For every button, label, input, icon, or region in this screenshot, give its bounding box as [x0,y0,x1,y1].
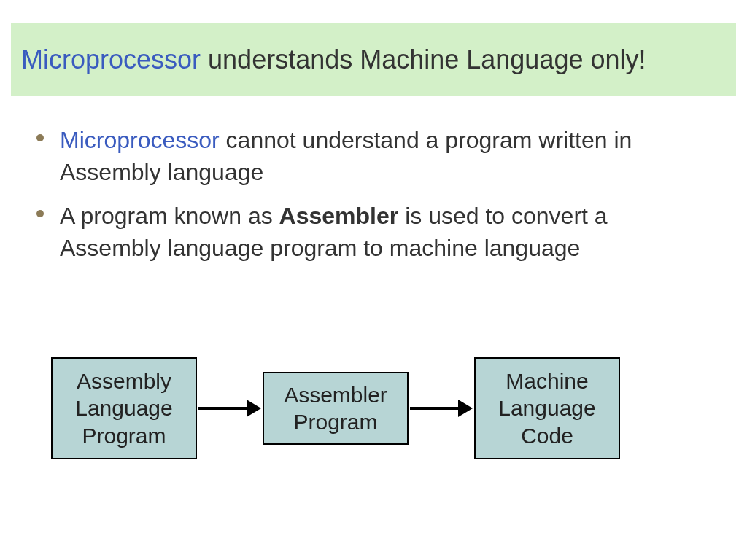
diagram-box-assembly-language-program: Assembly Language Program [51,357,197,459]
arrow-line [410,407,460,410]
arrow-line [198,407,248,410]
bullet-dot-icon [36,210,44,217]
bullet-text: A program known as Assembler is used to … [60,200,708,264]
diagram-box-assembler-program: Assembler Program [263,372,409,445]
bullet-1-highlight: Microprocessor [60,127,220,153]
arrow-head-icon [458,400,473,417]
flow-diagram: Assembly Language Program Assembler Prog… [51,357,693,474]
bullet-dot-icon [36,134,44,141]
arrow-icon [198,402,261,414]
title-rest: understands Machine Language only! [201,44,646,74]
bullet-text: Microprocessor cannot understand a progr… [60,124,708,188]
slide-title-band: Microprocessor understands Machine Langu… [11,23,736,96]
slide-title: Microprocessor understands Machine Langu… [21,44,646,75]
bullet-list: Microprocessor cannot understand a progr… [36,124,708,276]
diagram-box-machine-language-code: Machine Language Code [474,357,620,459]
bullet-2-bold: Assembler [279,203,399,229]
bullet-item: A program known as Assembler is used to … [36,200,708,264]
arrow-icon [410,402,473,414]
arrow-head-icon [247,400,261,417]
bullet-item: Microprocessor cannot understand a progr… [36,124,708,188]
title-highlight: Microprocessor [21,44,201,74]
bullet-2-pre: A program known as [60,203,279,229]
